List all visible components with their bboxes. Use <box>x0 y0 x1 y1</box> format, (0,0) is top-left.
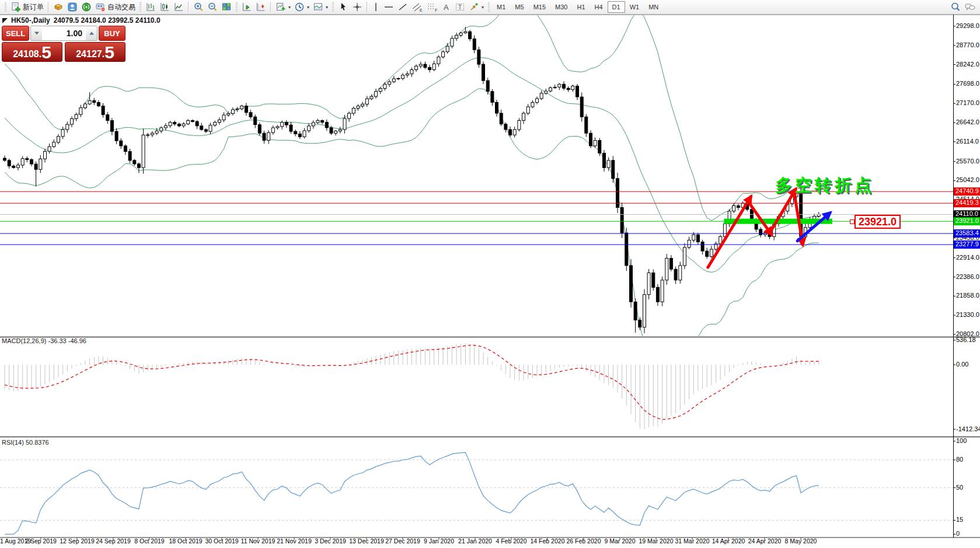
tile-windows-button[interactable] <box>219 1 233 13</box>
auto-scroll-icon <box>242 2 252 12</box>
zoom-out-button[interactable] <box>205 1 219 13</box>
svg-text:T: T <box>458 4 462 11</box>
svg-text:8 Oct 2019: 8 Oct 2019 <box>134 537 165 544</box>
clock-icon <box>294 2 305 12</box>
sell-button[interactable]: SELL <box>2 26 29 41</box>
svg-text:26 Feb 2020: 26 Feb 2020 <box>567 537 601 544</box>
chat-icon <box>964 2 976 12</box>
indicators-icon <box>275 2 286 12</box>
toolbar-separator <box>188 2 189 12</box>
crosshair-tool-button[interactable] <box>350 1 364 13</box>
zoom-in-button[interactable] <box>191 1 205 13</box>
volume-up-button[interactable] <box>86 26 97 40</box>
toolbar-grip[interactable] <box>139 2 141 12</box>
chart-shift-button[interactable] <box>254 1 268 13</box>
arrows-tool-button[interactable]: ▾ <box>467 1 486 13</box>
toolbar-grip[interactable] <box>236 2 238 12</box>
timeframe-button-m1[interactable]: M1 <box>492 1 510 13</box>
timeframe-button-d1[interactable]: D1 <box>608 1 625 13</box>
arrow-objects-icon <box>469 2 479 12</box>
search-button[interactable] <box>948 1 962 13</box>
timeframe-button-h1[interactable]: H1 <box>572 1 590 13</box>
periods-button[interactable]: ▾ <box>292 1 311 13</box>
autotrading-label: 自动交易 <box>107 2 135 12</box>
signals-icon <box>81 2 92 12</box>
dropdown-caret-icon: ▾ <box>288 5 291 10</box>
zoom-in-icon <box>193 2 204 12</box>
search-icon <box>950 2 961 12</box>
svg-text:100: 100 <box>956 437 967 444</box>
buy-price-display[interactable]: 24127.5 <box>65 42 125 62</box>
text-label-icon: T <box>455 2 465 12</box>
svg-text:3 Dec 2019: 3 Dec 2019 <box>315 537 346 544</box>
autotrading-button[interactable]: 自动交易 <box>93 1 137 13</box>
svg-text:31 Mar 2020: 31 Mar 2020 <box>675 537 710 544</box>
channel-tool-button[interactable]: E <box>410 1 425 13</box>
tile-windows-icon <box>221 2 232 12</box>
panel-collapse-icon[interactable] <box>2 18 8 23</box>
cursor-tool-button[interactable] <box>336 1 350 13</box>
toolbar-grip[interactable] <box>488 2 490 12</box>
svg-text:24110.0: 24110.0 <box>955 210 978 217</box>
metaeditor-button[interactable] <box>51 1 65 13</box>
svg-text:24 Sep 2019: 24 Sep 2019 <box>96 537 131 544</box>
timeframe-button-m30[interactable]: M30 <box>550 1 572 13</box>
fibonacci-tool-button[interactable]: F <box>425 1 440 13</box>
auto-scroll-button[interactable] <box>240 1 254 13</box>
toolbar-separator <box>367 2 368 12</box>
trendline-tool-button[interactable] <box>396 1 410 13</box>
timeframe-button-m5[interactable]: M5 <box>510 1 528 13</box>
svg-text:9 Jan 2020: 9 Jan 2020 <box>424 537 454 544</box>
dropdown-caret-icon: ▾ <box>307 5 309 10</box>
chat-button[interactable] <box>962 1 978 13</box>
mt4-terminal: 新订单 <box>0 0 980 548</box>
text-tool-button[interactable]: A <box>440 1 453 13</box>
volume-control <box>30 26 97 41</box>
signals-button[interactable] <box>79 1 93 13</box>
templates-button[interactable]: ▾ <box>311 1 330 13</box>
turning-point-annotation[interactable]: 多空转折点 <box>775 174 874 197</box>
date-axis[interactable]: 1 Aug 20192 Sep 201912 Sep 201924 Sep 20… <box>0 537 817 544</box>
chart-canvas[interactable]: 29298.028770.028242.027698.027170.026642… <box>0 15 980 548</box>
autotrading-icon <box>95 2 106 12</box>
volume-input[interactable] <box>42 26 86 40</box>
svg-text:12 Sep 2019: 12 Sep 2019 <box>60 537 95 544</box>
svg-text:23583.4: 23583.4 <box>955 229 979 236</box>
price-box-anchor[interactable] <box>850 219 855 224</box>
new-order-button[interactable]: 新订单 <box>9 1 46 13</box>
timeframe-button-mn[interactable]: MN <box>644 1 663 13</box>
buy-button[interactable]: BUY <box>99 26 125 41</box>
dropdown-caret-icon: ▾ <box>326 5 328 10</box>
timeframe-button-h4[interactable]: H4 <box>590 1 608 13</box>
svg-text:23921.0: 23921.0 <box>955 217 979 224</box>
ask-price-big-digit: 5 <box>104 44 114 61</box>
timeframe-button-w1[interactable]: W1 <box>625 1 644 13</box>
vertical-line-tool-button[interactable] <box>370 1 382 13</box>
toolbar-grip[interactable] <box>332 2 334 12</box>
chart-title: HK50-,Daily 24079.5 24184.0 23992.5 2411… <box>2 16 161 25</box>
svg-text:536.18: 536.18 <box>956 336 976 343</box>
ohlc-values: 24079.5 24184.0 23992.5 24110.0 <box>54 16 161 25</box>
text-label-tool-button[interactable]: T <box>453 1 467 13</box>
community-icon <box>67 2 78 12</box>
zoom-out-icon <box>207 2 218 12</box>
volume-down-button[interactable] <box>31 26 42 40</box>
chart-window[interactable]: 29298.028770.028242.027698.027170.026642… <box>0 15 980 548</box>
toolbar-grip[interactable] <box>5 2 6 12</box>
candlestick-chart-icon <box>159 2 170 12</box>
community-button[interactable] <box>65 1 79 13</box>
rsi-label: RSI(14) 50.8376 <box>2 439 49 446</box>
svg-text:25570.0: 25570.0 <box>956 158 979 165</box>
candle-chart-type-button[interactable] <box>158 1 172 13</box>
line-chart-type-button[interactable] <box>172 1 186 13</box>
svg-text:24740.9: 24740.9 <box>955 187 979 194</box>
price-box-annotation[interactable]: 23921.0 <box>855 215 901 229</box>
sell-price-display[interactable]: 24108.5 <box>2 42 62 62</box>
svg-text:4 Feb 2020: 4 Feb 2020 <box>496 537 526 544</box>
bar-chart-type-button[interactable] <box>144 1 158 13</box>
indicators-button[interactable]: ▾ <box>274 1 292 13</box>
timeframe-button-m15[interactable]: M15 <box>529 1 550 13</box>
horizontal-line-tool-button[interactable] <box>382 1 396 13</box>
svg-text:15: 15 <box>956 516 963 523</box>
svg-text:F: F <box>435 8 437 12</box>
